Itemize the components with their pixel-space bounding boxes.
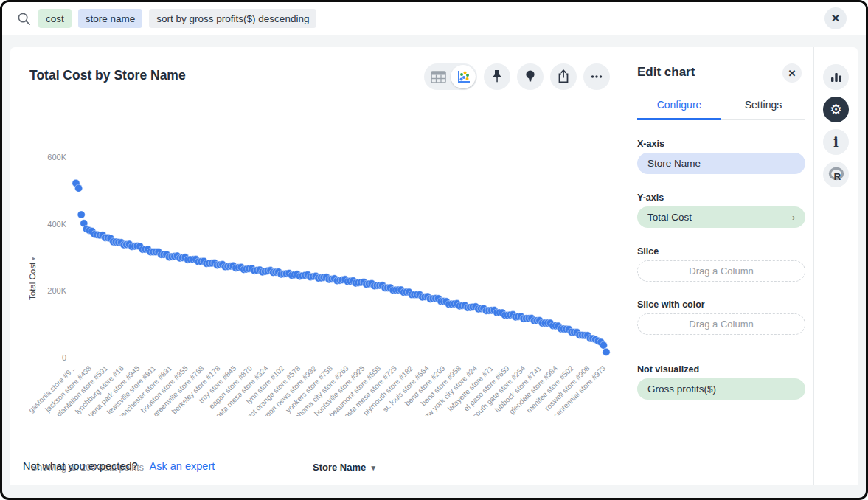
- right-rail: ⚙ i R: [813, 47, 858, 485]
- chart-toolbar: [424, 63, 610, 90]
- y-tick-label: 600K: [47, 153, 66, 162]
- r-analysis-button[interactable]: R: [823, 162, 849, 187]
- chart-panel-button[interactable]: [823, 64, 849, 90]
- more-options-button[interactable]: [583, 63, 610, 90]
- y-tick-label: 0: [62, 353, 66, 362]
- r-logo-icon: R: [827, 166, 846, 184]
- content-area: Total Cost by Store Name: [10, 47, 858, 485]
- edit-chart-config-button[interactable]: ⚙: [823, 97, 849, 122]
- scatter-chart-icon: [455, 69, 471, 85]
- ellipsis-icon: [588, 68, 605, 86]
- data-point[interactable]: [600, 341, 607, 349]
- panel-title: Edit chart: [637, 65, 695, 80]
- data-point[interactable]: [75, 184, 83, 192]
- pin-icon: [488, 68, 506, 86]
- tab-configure[interactable]: Configure: [637, 99, 721, 120]
- table-icon: [431, 71, 446, 83]
- answer-card: Total Cost by Store Name: [10, 47, 622, 485]
- y-axis-title[interactable]: Total Cost ▾: [28, 257, 37, 300]
- table-view-button[interactable]: [426, 65, 451, 88]
- x-axis-selector[interactable]: Store Name▼: [313, 462, 377, 473]
- search-token-keyword[interactable]: sort by gross profits($) descending: [149, 9, 316, 28]
- x-axis-column-pill[interactable]: Store Name: [637, 153, 805, 174]
- y-axis-label: Y-axis: [637, 192, 664, 203]
- chevron-down-icon: ▼: [369, 464, 377, 472]
- details-button[interactable]: i: [823, 129, 849, 155]
- not-visualized-column-pill[interactable]: Gross profits($): [637, 378, 805, 400]
- info-icon: i: [833, 136, 839, 149]
- svg-text:R: R: [833, 171, 841, 182]
- slice-with-color-dropzone[interactable]: Drag a Column: [637, 313, 805, 335]
- search-bar[interactable]: cost store name sort by gross profits($)…: [2, 2, 866, 35]
- view-toggle: [424, 63, 477, 90]
- y-axis-column-pill[interactable]: Total Cost›: [637, 206, 805, 228]
- slice-dropzone[interactable]: Drag a Column: [637, 260, 805, 282]
- y-tick-label: 200K: [47, 286, 66, 295]
- scatter-plot[interactable]: 600K400K200K0Total Cost ▾gastonia store …: [10, 91, 626, 416]
- search-token-measure[interactable]: cost: [38, 9, 72, 28]
- search-token-attribute[interactable]: store name: [78, 9, 143, 28]
- y-tick-label: 400K: [47, 220, 66, 229]
- slice-with-color-label: Slice with color: [637, 299, 705, 310]
- pin-button[interactable]: [484, 63, 510, 90]
- search-icon: [17, 12, 31, 26]
- x-axis-label: X-axis: [637, 139, 664, 149]
- ask-expert-link[interactable]: Ask an expert: [150, 460, 215, 472]
- not-visualized-label: Not visualized: [637, 364, 699, 375]
- slice-label: Slice: [637, 246, 659, 257]
- panel-close-button[interactable]: ✕: [782, 63, 802, 83]
- divider: [10, 448, 622, 448]
- tab-settings[interactable]: Settings: [721, 99, 805, 120]
- bar-chart-icon: [828, 69, 844, 86]
- search-close-button[interactable]: ✕: [824, 7, 847, 29]
- data-point[interactable]: [603, 348, 610, 355]
- feedback-row: Not what you expected?Ask an expert: [23, 460, 215, 472]
- edit-chart-panel: Edit chart ✕ Configure Settings X-axis S…: [622, 47, 813, 485]
- lightbulb-icon: [521, 68, 539, 86]
- insights-button[interactable]: [517, 63, 544, 90]
- spacer-band: [2, 35, 866, 47]
- chart-title: Total Cost by Store Name: [29, 68, 186, 83]
- gear-icon: ⚙: [830, 103, 842, 117]
- chart-view-button[interactable]: [451, 65, 476, 88]
- feedback-question: Not what you expected?: [23, 460, 138, 472]
- panel-tabs: Configure Settings: [637, 99, 805, 120]
- share-icon: [555, 68, 572, 86]
- share-button[interactable]: [550, 63, 577, 90]
- app-window: cost store name sort by gross profits($)…: [0, 0, 868, 500]
- data-point[interactable]: [77, 211, 85, 218]
- chevron-right-icon: ›: [792, 212, 795, 223]
